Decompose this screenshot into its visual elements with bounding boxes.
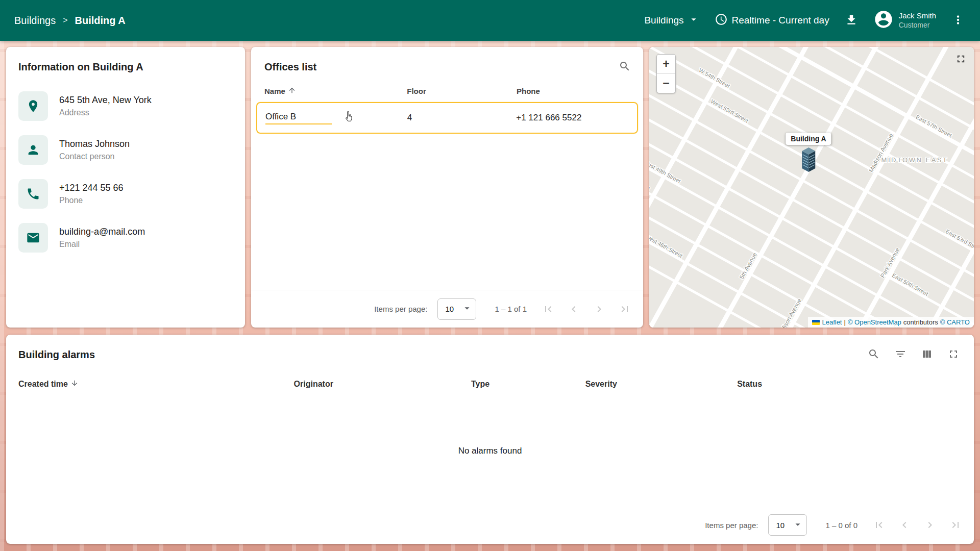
offices-column-name[interactable]: Name — [264, 86, 407, 96]
map-attribution: Leaflet | © OpenStreetMap contributors ©… — [808, 317, 974, 328]
info-row-email: building-a@mail.com Email — [18, 223, 233, 253]
avatar — [873, 9, 894, 32]
user-name: Jack Smith — [899, 11, 936, 21]
first-page-button[interactable] — [542, 303, 554, 315]
info-row-contact-person: Thomas Johnson Contact person — [18, 135, 233, 165]
last-page-button[interactable] — [949, 519, 962, 531]
no-alarms-message: No alarms found — [6, 395, 974, 506]
breadcrumb: Buildings > Building A — [14, 15, 126, 27]
page-range-label: 1 – 0 of 0 — [825, 521, 857, 530]
breadcrumb-separator: > — [63, 16, 67, 25]
search-icon — [619, 60, 631, 74]
district-label: MIDTOWN EAST — [881, 156, 948, 164]
alarms-column-status[interactable]: Status — [737, 379, 962, 389]
sort-ascending-icon — [288, 86, 296, 96]
previous-page-button[interactable] — [898, 519, 911, 531]
more-menu-button[interactable] — [951, 13, 965, 28]
offices-column-phone[interactable]: Phone — [517, 87, 630, 95]
office-floor-cell: 4 — [407, 113, 517, 123]
user-menu[interactable]: Jack Smith Customer — [873, 9, 936, 32]
fullscreen-icon — [947, 348, 960, 362]
items-per-page-label: Items per page: — [705, 521, 758, 530]
contact-person-label: Contact person — [59, 152, 130, 161]
phone-value: +121 244 55 66 — [59, 183, 124, 193]
page-range-label: 1 – 1 of 1 — [495, 305, 527, 313]
openstreetmap-link[interactable]: © OpenStreetMap — [848, 318, 901, 326]
last-page-button[interactable] — [619, 303, 631, 315]
zoom-out-button[interactable]: − — [657, 74, 675, 93]
map-fullscreen-button[interactable] — [955, 53, 967, 66]
phone-label: Phone — [59, 196, 124, 205]
timewindow-button[interactable]: Realtime - Current day — [715, 13, 829, 29]
zoom-in-button[interactable]: + — [657, 55, 675, 73]
search-icon — [868, 348, 880, 362]
info-row-phone: +121 244 55 66 Phone — [18, 179, 233, 209]
first-page-button[interactable] — [873, 519, 885, 531]
app-header: Buildings > Building A Buildings Realtim… — [0, 0, 980, 41]
location-pin-icon — [18, 91, 48, 121]
building-info-card: Information on Building A 645 5th Ave, N… — [6, 47, 245, 328]
info-rows: 645 5th Ave, New York Address Thomas Joh… — [18, 91, 233, 253]
alarms-column-created-time[interactable]: Created time — [18, 379, 294, 389]
building-map-card: East 57th Street W 54th Street West 53rd… — [649, 47, 974, 328]
map-canvas[interactable]: East 57th Street W 54th Street West 53rd… — [649, 47, 974, 328]
next-page-button[interactable] — [924, 519, 936, 531]
more-vert-icon — [951, 13, 965, 28]
carto-link[interactable]: © CARTO — [940, 318, 970, 326]
chevron-down-icon — [688, 14, 699, 28]
timewindow-label: Realtime - Current day — [732, 15, 829, 26]
download-button[interactable] — [845, 13, 858, 28]
email-label: Email — [59, 240, 145, 249]
alarms-columns-button[interactable] — [921, 348, 933, 362]
address-label: Address — [59, 108, 152, 117]
items-per-page-label: Items per page: — [374, 305, 427, 313]
filter-icon — [894, 348, 906, 362]
offices-column-floor[interactable]: Floor — [407, 87, 517, 95]
alarms-fullscreen-button[interactable] — [947, 348, 960, 362]
chevron-down-icon — [461, 303, 473, 315]
offices-table-header: Name Floor Phone — [251, 79, 643, 101]
dashboard: Information on Building A 645 5th Ave, N… — [0, 41, 980, 544]
building-alarms-card: Building alarms — [6, 335, 974, 544]
phone-icon — [18, 179, 48, 209]
offices-card-title: Offices list — [264, 61, 316, 73]
info-row-address: 645 5th Ave, New York Address — [18, 91, 233, 121]
ukraine-flag-icon — [812, 320, 820, 325]
alarms-column-severity[interactable]: Severity — [585, 379, 738, 389]
marker-label: Building A — [786, 133, 831, 145]
offices-pagination: Items per page: 10 1 – 1 of 1 — [251, 290, 643, 328]
contact-person-value: Thomas Johnson — [59, 139, 130, 149]
person-icon — [18, 135, 48, 165]
offices-search-button[interactable] — [619, 60, 631, 74]
next-page-button[interactable] — [593, 303, 605, 315]
building-a-marker[interactable]: Building A — [786, 133, 831, 175]
items-per-page-select[interactable]: 10 — [768, 514, 807, 536]
info-card-title: Information on Building A — [18, 61, 233, 73]
address-value: 645 5th Ave, New York — [59, 95, 152, 106]
alarms-search-button[interactable] — [868, 348, 880, 362]
alarms-card-title: Building alarms — [18, 349, 95, 361]
alarms-table-header: Created time Originator Type Severity St… — [6, 362, 974, 395]
table-row[interactable]: Office B 4 +1 121 666 5522 — [256, 102, 638, 134]
email-icon — [18, 223, 48, 253]
email-value: building-a@mail.com — [59, 227, 145, 237]
previous-page-button[interactable] — [568, 303, 580, 315]
leaflet-link[interactable]: Leaflet — [822, 318, 842, 326]
office-name-cell: Office B — [265, 112, 332, 124]
alarms-toolbar — [868, 348, 960, 362]
download-icon — [845, 13, 858, 28]
items-per-page-select[interactable]: 10 — [437, 298, 476, 320]
buildings-entity-dropdown[interactable]: Buildings — [644, 14, 699, 28]
alarms-column-originator[interactable]: Originator — [294, 379, 471, 389]
sort-descending-icon — [70, 379, 79, 389]
clock-icon — [715, 13, 728, 29]
breadcrumb-buildings-link[interactable]: Buildings — [14, 15, 56, 27]
chevron-down-icon — [792, 519, 803, 532]
user-role: Customer — [899, 21, 936, 30]
alarms-column-type[interactable]: Type — [471, 379, 585, 389]
fullscreen-icon — [955, 53, 967, 66]
alarms-pagination: Items per page: 10 1 – 0 of 0 — [6, 506, 974, 544]
alarms-filter-button[interactable] — [894, 348, 906, 362]
map-zoom-control: + − — [656, 54, 676, 93]
header-actions: Buildings Realtime - Current day Jack Sm… — [644, 9, 965, 32]
